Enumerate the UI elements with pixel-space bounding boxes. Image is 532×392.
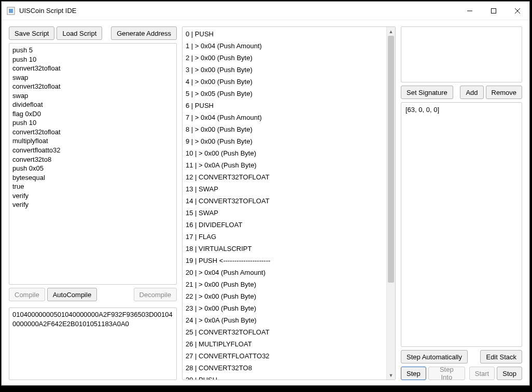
set-signature-button[interactable]: Set Signature [401,86,453,99]
decompile-button[interactable]: Decompile [134,288,177,301]
bytecode-row[interactable]: 15 | SWAP [186,207,386,219]
bytecode-row[interactable]: 27 | CONVERTFLOATTO32 [186,350,386,362]
step-button[interactable]: Step [401,367,426,380]
generate-address-button[interactable]: Generate Address [111,26,177,40]
middle-column: 0 | PUSH1 | > 0x04 (Push Amount)2 | > 0x… [182,26,396,380]
step-automatically-button[interactable]: Step Automatically [401,350,468,363]
source-editor[interactable] [9,43,177,285]
window-title: UISCoin Script IDE [19,7,77,15]
bytecode-row[interactable]: 5 | > 0x05 (Push Byte) [186,88,386,100]
bytecode-list[interactable]: 0 | PUSH1 | > 0x04 (Push Amount)2 | > 0x… [183,27,386,380]
edit-stack-button[interactable]: Edit Stack [480,350,522,363]
bytecode-row[interactable]: 3 | > 0x00 (Push Byte) [186,64,386,76]
remove-button[interactable]: Remove [486,86,522,99]
app-window: UISCoin Script IDE Save Script Load Scri… [1,1,530,386]
hex-output[interactable] [9,307,177,380]
bytecode-row[interactable]: 20 | > 0x04 (Push Amount) [186,267,386,278]
close-button[interactable] [506,2,529,20]
add-button[interactable]: Add [460,86,483,99]
stack-entry: [63, 0, 0, 0] [405,106,517,114]
bytecode-row[interactable]: 21 | > 0x00 (Push Byte) [186,278,386,290]
bytecode-row[interactable]: 25 | CONVERT32TOFLOAT [186,326,386,338]
bytecode-row[interactable]: 23 | > 0x00 (Push Byte) [186,302,386,314]
bytecode-row[interactable]: 9 | > 0x00 (Push Byte) [186,135,386,147]
window-controls [458,2,529,20]
compile-toolbar: Compile AutoCompile Decompile [9,288,177,301]
bytecode-row[interactable]: 11 | > 0x0A (Push Byte) [186,159,386,171]
step-into-button[interactable]: Step Into [428,367,465,380]
bytecode-row[interactable]: 12 | CONVERT32TOFLOAT [186,171,386,183]
client-area: Save Script Load Script Generate Address… [2,20,529,385]
scroll-thumb[interactable] [388,36,394,283]
left-toolbar: Save Script Load Script Generate Address [9,26,177,40]
titlebar: UISCoin Script IDE [2,2,529,20]
load-script-button[interactable]: Load Script [57,26,102,40]
bytecode-row[interactable]: 0 | PUSH [186,28,386,40]
bytecode-row[interactable]: 10 | > 0x00 (Push Byte) [186,147,386,159]
stack-box[interactable]: [63, 0, 0, 0] [401,102,522,347]
scroll-down-icon[interactable]: ▼ [387,371,395,380]
bytecode-row[interactable]: 29 | PUSH [186,374,386,380]
bytecode-row[interactable]: 8 | > 0x00 (Push Byte) [186,123,386,135]
minimize-button[interactable] [458,2,482,20]
signature-toolbar: Set Signature Add Remove [401,86,522,99]
bytecode-row[interactable]: 17 | FLAG [186,231,386,243]
signature-box[interactable] [401,26,522,82]
bytecode-scrollbar[interactable]: ▲ ▼ [386,27,395,380]
bytecode-row[interactable]: 18 | VIRTUALSCRIPT [186,243,386,255]
bytecode-row[interactable]: 28 | CONVERT32TO8 [186,362,386,374]
stop-button[interactable]: Stop [497,367,522,380]
bytecode-row[interactable]: 14 | CONVERT32TOFLOAT [186,195,386,207]
bytecode-row[interactable]: 24 | > 0x0A (Push Byte) [186,314,386,326]
scroll-up-icon[interactable]: ▲ [387,27,395,36]
bytecode-row[interactable]: 1 | > 0x04 (Push Amount) [186,40,386,52]
save-script-button[interactable]: Save Script [9,26,54,40]
compile-button[interactable]: Compile [9,288,45,301]
start-button[interactable]: Start [469,367,495,380]
svg-rect-3 [492,8,496,13]
maximize-button[interactable] [482,2,506,20]
bytecode-list-wrap: 0 | PUSH1 | > 0x04 (Push Amount)2 | > 0x… [182,26,396,380]
left-column: Save Script Load Script Generate Address… [9,26,177,380]
bytecode-row[interactable]: 19 | PUSH <--------------------- [186,255,386,267]
bytecode-row[interactable]: 4 | > 0x00 (Push Byte) [186,76,386,88]
bytecode-row[interactable]: 16 | DIVIDEFLOAT [186,219,386,231]
debug-toolbar: Step Automatically Edit Stack Step Step … [401,350,522,380]
bytecode-row[interactable]: 22 | > 0x00 (Push Byte) [186,290,386,302]
bytecode-row[interactable]: 2 | > 0x00 (Push Byte) [186,52,386,64]
svg-rect-1 [9,9,13,13]
right-column: Set Signature Add Remove [63, 0, 0, 0] S… [401,26,522,380]
bytecode-row[interactable]: 7 | > 0x04 (Push Amount) [186,111,386,123]
bytecode-row[interactable]: 13 | SWAP [186,183,386,195]
app-icon [7,7,15,15]
autocompile-button[interactable]: AutoCompile [47,288,97,301]
bytecode-row[interactable]: 6 | PUSH [186,100,386,111]
bytecode-row[interactable]: 26 | MULTIPLYFLOAT [186,338,386,350]
